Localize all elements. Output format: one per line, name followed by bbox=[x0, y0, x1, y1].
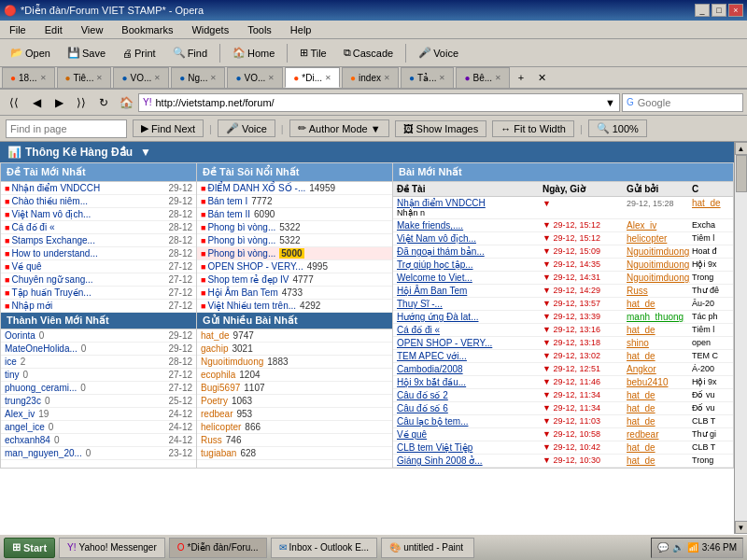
list-item[interactable]: Câu đố số 2▼ 29-12, 11:34hat_deĐố vu bbox=[393, 389, 733, 402]
list-item[interactable]: helicopter866 bbox=[197, 421, 392, 434]
list-item[interactable]: echxanh84024-12 bbox=[1, 434, 196, 447]
forum-header-dropdown[interactable]: ▼ bbox=[140, 146, 151, 159]
titlebar-controls[interactable]: _ □ × bbox=[695, 4, 743, 17]
list-item[interactable]: Alex_iv1924-12 bbox=[1, 408, 196, 421]
back-button[interactable]: ◀ bbox=[26, 92, 47, 113]
taskbar-paint[interactable]: 🎨 untitled - Paint bbox=[381, 538, 474, 558]
list-item[interactable]: Oorinta029-12 bbox=[1, 329, 196, 343]
list-item[interactable]: Poetry1063 bbox=[197, 395, 392, 408]
add-tab-button[interactable]: + bbox=[512, 67, 530, 88]
tab-close-3[interactable]: ✕ bbox=[210, 74, 217, 82]
list-item[interactable]: Nguoitimduong1883 bbox=[197, 356, 392, 369]
tab-close-4[interactable]: ✕ bbox=[268, 74, 275, 82]
list-item[interactable]: ecophila1204 bbox=[197, 369, 392, 382]
list-item[interactable]: MateOneHolida...029-12 bbox=[1, 343, 196, 356]
menu-help[interactable]: Help bbox=[285, 22, 317, 37]
author-mode-button[interactable]: ✏ Author Mode ▼ bbox=[289, 119, 389, 137]
voice-find-button[interactable]: 🎤 Voice bbox=[218, 119, 275, 137]
scrollbar[interactable]: ▲ ▼ bbox=[734, 142, 747, 534]
tab-3[interactable]: ● Ng... ✕ bbox=[171, 67, 225, 88]
taskbar-outlook[interactable]: ✉ Inbox - Outlook E... bbox=[271, 538, 378, 558]
forward-button[interactable]: ▶ bbox=[49, 92, 69, 113]
list-item[interactable]: ■ĐIỂM DANH XỔ SỐ -...14959 bbox=[197, 182, 392, 195]
menu-edit[interactable]: Edit bbox=[39, 22, 68, 37]
list-item[interactable]: Câu lạc bộ tem...▼ 29-12, 11:03hat_deCLB… bbox=[393, 415, 733, 428]
scroll-up-button[interactable]: ▲ bbox=[735, 142, 748, 155]
list-item[interactable]: ■OPEN SHOP - VERY...4995 bbox=[197, 260, 392, 273]
list-item[interactable]: phuong_cerami...027-12 bbox=[1, 382, 196, 395]
list-item[interactable]: man_nguyen_20...023-12 bbox=[1, 447, 196, 460]
list-item[interactable]: ■Hội Âm Ban Tem4733 bbox=[197, 287, 392, 300]
list-item[interactable]: ■Tập huấn Truyền...27-12 bbox=[1, 287, 196, 300]
list-item[interactable]: hat_de9747 bbox=[197, 329, 392, 343]
tab-close-7[interactable]: ✕ bbox=[439, 74, 445, 82]
list-item[interactable]: redbear953 bbox=[197, 408, 392, 421]
list-item[interactable]: tugiaban628 bbox=[197, 447, 392, 460]
cascade-button[interactable]: ⧉ Cascade bbox=[337, 44, 400, 62]
scroll-track[interactable] bbox=[735, 155, 747, 521]
list-item[interactable]: ■How to understand...28-12 bbox=[1, 247, 196, 260]
list-item[interactable]: Nhận điểm VNDCCH▼29-12, 15:28hat_deNhận … bbox=[393, 197, 733, 219]
list-item[interactable]: Cambodia/2008▼ 29-12, 12:51AngkorÁ-200 bbox=[393, 363, 733, 376]
taskbar-yahoo-messenger[interactable]: Y! Yahoo! Messenger bbox=[59, 538, 165, 558]
list-item[interactable]: ■Nhận điểm VNDCCH29-12 bbox=[1, 182, 196, 195]
author-mode-dropdown-icon[interactable]: ▼ bbox=[371, 123, 381, 134]
list-item[interactable]: ■Bán tem I7772 bbox=[197, 195, 392, 208]
list-item[interactable]: OPEN SHOP - VERY...▼ 29-12, 13:18shinoop… bbox=[393, 337, 733, 350]
reload-button[interactable]: ↻ bbox=[93, 92, 114, 113]
find-input[interactable] bbox=[6, 119, 127, 138]
scroll-down-button[interactable]: ▼ bbox=[735, 521, 748, 534]
maximize-button[interactable]: □ bbox=[712, 4, 726, 17]
list-item[interactable]: tiny027-12 bbox=[1, 369, 196, 382]
fit-to-width-button[interactable]: ↔ Fit to Width bbox=[492, 120, 574, 137]
scroll-thumb[interactable] bbox=[736, 155, 747, 192]
zoom-button[interactable]: 🔍 100% bbox=[588, 119, 647, 137]
home-button[interactable]: 🏠 Home bbox=[226, 44, 281, 62]
list-item[interactable]: Hội Âm Ban Tem▼ 29-12, 14:29RussThư đê bbox=[393, 285, 733, 298]
tab-close-2[interactable]: ✕ bbox=[154, 74, 161, 82]
menu-view[interactable]: View bbox=[76, 22, 109, 37]
list-item[interactable]: ■Việt Nhiều tem trên...4292 bbox=[197, 300, 392, 313]
address-dropdown-icon[interactable]: ▼ bbox=[605, 97, 615, 108]
list-item[interactable]: angel_ice024-12 bbox=[1, 421, 196, 434]
tab-8[interactable]: ● Bê... ✕ bbox=[456, 67, 510, 88]
minimize-button[interactable]: _ bbox=[695, 4, 710, 17]
search-input[interactable] bbox=[638, 97, 747, 108]
save-button[interactable]: 💾 Save bbox=[61, 44, 112, 62]
list-item[interactable]: Trợ giúp học tập...▼ 29-12, 14:35Nguoiti… bbox=[393, 259, 733, 272]
list-item[interactable]: Cá đố đi «▼ 29-12, 13:16hat_deTiêm l bbox=[393, 324, 733, 337]
print-button[interactable]: 🖨 Print bbox=[116, 45, 162, 62]
back-back-button[interactable]: ⟨⟨ bbox=[4, 92, 24, 113]
menu-bookmarks[interactable]: Bookmarks bbox=[116, 22, 178, 37]
list-item[interactable]: Hướng ứng Đà lat...▼ 29-12, 13:39manh_th… bbox=[393, 311, 733, 324]
find-next-button[interactable]: ▶ Find Next bbox=[133, 119, 204, 137]
list-item[interactable]: ■Nhập mới27-12 bbox=[1, 300, 196, 313]
tab-6[interactable]: ● index ✕ bbox=[342, 67, 399, 88]
list-item[interactable]: TEM APEC với...▼ 29-12, 13:02hat_deTEM C bbox=[393, 350, 733, 363]
open-button[interactable]: 📂 Open bbox=[4, 44, 57, 62]
list-item[interactable]: ■Phong bì vòng...5000 bbox=[197, 247, 392, 260]
tab-close-8[interactable]: ✕ bbox=[495, 74, 501, 82]
menu-widgets[interactable]: Widgets bbox=[186, 22, 234, 37]
list-item[interactable]: ■Phong bì vòng...5322 bbox=[197, 221, 392, 234]
list-item[interactable]: Đã ngoại thám bản...▼ 29-12, 15:09Nguoit… bbox=[393, 245, 733, 259]
tab-close-5[interactable]: ✕ bbox=[325, 74, 331, 82]
start-button[interactable]: ⊞ Start bbox=[4, 538, 55, 558]
list-item[interactable]: ■Chuyên ngữ sang...27-12 bbox=[1, 273, 196, 287]
forward-forward-button[interactable]: ⟩⟩ bbox=[71, 92, 92, 113]
list-item[interactable]: Giáng Sinh 2008 ở...▼ 29-12, 10:30hat_de… bbox=[393, 455, 733, 468]
list-item[interactable]: Make friends,....▼ 29-12, 15:12Alex_ivEx… bbox=[393, 219, 733, 232]
list-item[interactable]: Welcome to Viet...▼ 29-12, 14:31Nguoitim… bbox=[393, 272, 733, 285]
address-input[interactable] bbox=[155, 97, 601, 108]
list-item[interactable]: ■Việt Nam vô địch...28-12 bbox=[1, 208, 196, 221]
list-item[interactable]: CLB tem Việt Tiệp▼ 29-12, 10:42hat_deCLB… bbox=[393, 441, 733, 455]
list-item[interactable]: ■Shop tem rẻ đẹp IV4777 bbox=[197, 273, 392, 287]
tile-button[interactable]: ⊞ Tile bbox=[293, 44, 332, 62]
list-item[interactable]: gachip3021 bbox=[197, 343, 392, 356]
voice-button[interactable]: 🎤 Voice bbox=[412, 44, 465, 62]
close-all-tabs-button[interactable]: ✕ bbox=[532, 67, 551, 88]
list-item[interactable]: trung23c025-12 bbox=[1, 395, 196, 408]
list-item[interactable]: Về quê▼ 29-12, 10:58redbearThư gi bbox=[393, 428, 733, 441]
tab-2[interactable]: ● VO... ✕ bbox=[113, 67, 169, 88]
list-item[interactable]: Câu đố số 6▼ 29-12, 11:34hat_deĐố vu bbox=[393, 402, 733, 415]
